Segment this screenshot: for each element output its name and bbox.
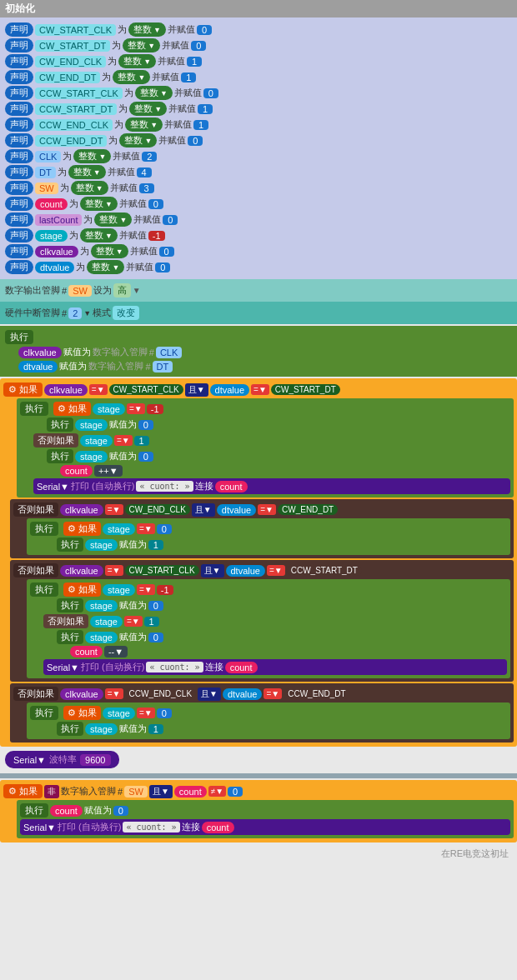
- decl-row-4: 声明 CCW_START_CLK 为 整数▼ 并赋值 0: [5, 86, 512, 100]
- declare-label: 声明: [5, 22, 33, 37]
- if-cw-start-condition: ⚙ 如果 clkvalue =▼ CW_START_CLK 且▼ dtvalue…: [3, 382, 514, 397]
- decl-row-7: 声明 CCW_END_DT 为 整数▼ 并赋值 0: [5, 133, 512, 148]
- count-mm-row: count --▼: [70, 646, 507, 658]
- decl-row-3: 声明 CW_END_DT 为 整数▼ 并赋值 1: [5, 70, 512, 84]
- var-cw-end-clk: CW_END_CLK: [35, 56, 106, 68]
- high-val: 高: [113, 283, 131, 298]
- var-cw-start-clk: CW_START_CLK: [35, 24, 116, 36]
- else-if-ccw-end: 否则如果 clkvalue =▼ CCW_END_CLK 且▼ dtvalue …: [10, 683, 514, 742]
- exec-ccw-start-inner: 执行 ⚙ 如果 stage =▼ -1 执行 stage 赋值为 0 否则如果 …: [27, 579, 510, 678]
- hw-interrupt-area: 硬件中断管脚 # 2 ▼ 模式 改变: [0, 302, 517, 324]
- var-ccw-start-clk: CCW_START_CLK: [35, 88, 123, 99]
- exec-inner-label: 执行 ⚙ 如果 stage =▼ -1: [20, 402, 510, 416]
- if-cw-start-block: ⚙ 如果 clkvalue =▼ CW_START_CLK 且▼ dtvalue…: [0, 378, 517, 747]
- decl-row-8: 声明 CLK 为 整数▼ 并赋值 2: [5, 149, 512, 163]
- inner-exec-2: 执行 stage 赋值为 0: [47, 449, 510, 463]
- exec-assign-area: 执行 clkvalue 赋值为 数字输入管脚 # CLK dtvalue 赋值为…: [0, 326, 517, 377]
- var-cw-start-dt: CW_START_DT: [35, 40, 110, 52]
- inner-exec-1: 执行 stage 赋值为 0: [47, 418, 510, 432]
- pin-2: 2: [68, 308, 82, 319]
- decl-row-10: 声明 SW 为 整数▼ 并赋值 3: [5, 181, 512, 195]
- else-if-ccw-end-condition: 否则如果 clkvalue =▼ CCW_END_CLK 且▼ dtvalue …: [13, 687, 510, 701]
- count-pp-row: count ++▼: [60, 465, 510, 477]
- var-cw-end-dt: CW_END_DT: [35, 72, 100, 83]
- digital-output-area: 数字输出管脚 # SW 设为 高 ▼: [0, 279, 517, 302]
- bottom-if-condition: ⚙ 如果 非 数字输入管脚 # SW 且▼ count ≠▼ 0: [3, 784, 514, 798]
- decl-row-13: 声明 stage 为 整数▼ 并赋值 -1: [5, 228, 512, 242]
- decl-row-5: 声明 CCW_START_DT 为 整数▼ 并赋值 1: [5, 102, 512, 116]
- sw-pin-badge: SW: [68, 285, 92, 297]
- decl-row-6: 声明 CCW_END_CLK 为 整数▼ 并赋值 1: [5, 118, 512, 132]
- decl-row-1: 声明 CW_START_DT 为 整数▼ 并赋值 0: [5, 38, 512, 52]
- else-if-ccw-start-condition: 否则如果 clkvalue =▼ CW_START_CLK 且▼ dtvalue…: [13, 563, 510, 578]
- clk-pin: CLK: [156, 347, 182, 358]
- hw-interrupt-row: 硬件中断管脚 # 2 ▼ 模式 改变: [5, 306, 512, 320]
- var-ccw-end-dt: CCW_END_DT: [35, 135, 107, 147]
- var-clkvalue: clkvalue: [35, 246, 78, 258]
- dtvalue-assign-row: dtvalue 赋值为 数字输入管脚 # DT: [18, 360, 512, 372]
- var-dtvalue: dtvalue: [35, 262, 74, 273]
- else-if-cw-end-condition: 否则如果 clkvalue =▼ CW_END_CLK 且▼ dtvalue =…: [13, 502, 510, 517]
- serial-baud-row: Serial▼ 波特率 9600: [5, 751, 119, 768]
- watermark: 在RE电竞这初址: [0, 844, 517, 863]
- clkvalue-assign-row: clkvalue 赋值为 数字输入管脚 # CLK: [18, 346, 512, 358]
- decl-row-12: 声明 lastCount 为 整数▼ 并赋值 0: [5, 212, 512, 227]
- bottom-if-block: ⚙ 如果 非 数字输入管脚 # SW 且▼ count ≠▼ 0 执行 coun…: [0, 780, 517, 842]
- decl-row-0: 声明 CW_START_CLK 为 整数▼ 并赋值 0: [5, 22, 512, 37]
- decl-row-9: 声明 DT 为 整数▼ 并赋值 4: [5, 165, 512, 179]
- divider: [0, 773, 517, 778]
- else-if-1: 否则如果 stage =▼ 1: [33, 433, 510, 448]
- var-dt: DT: [35, 167, 56, 178]
- decl-row-15: 声明 dtvalue 为 整数▼ 并赋值 0: [5, 260, 512, 274]
- declare-label-1: 声明: [5, 38, 33, 52]
- serial-print-bottom: Serial▼ 打印 (自动换行) « cuont: » 连接 count: [20, 819, 510, 835]
- else-if-ccw-start: 否则如果 clkvalue =▼ CW_START_CLK 且▼ dtvalue…: [10, 560, 514, 682]
- mode-change: 改变: [113, 306, 139, 320]
- var-lastcount: lastCount: [35, 214, 82, 226]
- exec-label-row: 执行: [5, 330, 512, 344]
- decl-row-2: 声明 CW_END_CLK 为 整数▼ 并赋值 1: [5, 54, 512, 68]
- declarations-area: 声明 CW_START_CLK 为 整数▼ 并赋值 0 声明 CW_START_…: [0, 18, 517, 279]
- var-stage: stage: [35, 230, 68, 242]
- decl-row-11: 声明 count 为 整数▼ 并赋值 0: [5, 197, 512, 211]
- section-header: 初始化: [0, 0, 517, 18]
- exec-ccw-end-inner: 执行 ⚙ 如果 stage =▼ 0 执行 stage 赋值为 1: [27, 702, 510, 739]
- exec-cw-start-inner: 执行 ⚙ 如果 stage =▼ -1 执行 stage 赋值为 0 否则如果 …: [17, 398, 514, 498]
- section-title: 初始化: [5, 2, 35, 14]
- var-count: count: [35, 198, 68, 210]
- dt-pin: DT: [153, 361, 173, 372]
- var-ccw-end-clk: CCW_END_CLK: [35, 119, 113, 131]
- else-if-cw-end: 否则如果 clkvalue =▼ CW_END_CLK 且▼ dtvalue =…: [10, 499, 514, 558]
- serial-print-ccw: Serial▼ 打印 (自动换行) « cuont: » 连接 count: [43, 659, 507, 675]
- var-ccw-start-dt: CCW_START_DT: [35, 103, 117, 115]
- type-int: 整数▼: [128, 22, 166, 37]
- exec-bottom: 执行 count 赋值为 0 Serial▼ 打印 (自动换行) « cuont…: [17, 800, 514, 838]
- exec-cw-end-inner: 执行 ⚙ 如果 stage =▼ 0 执行 stage 赋值为 1: [27, 518, 510, 555]
- decl-row-14: 声明 clkvalue 为 整数▼ 并赋值 0: [5, 244, 512, 258]
- serial-print-cw: Serial▼ 打印 (自动换行) « cuont: » 连接 count: [33, 478, 510, 494]
- var-sw: SW: [35, 182, 58, 194]
- var-clk: CLK: [35, 151, 61, 162]
- main-container: 初始化 声明 CW_START_CLK 为 整数▼ 并赋值 0 声明 CW_ST…: [0, 0, 517, 863]
- digital-output-row: 数字输出管脚 # SW 设为 高 ▼: [5, 283, 512, 298]
